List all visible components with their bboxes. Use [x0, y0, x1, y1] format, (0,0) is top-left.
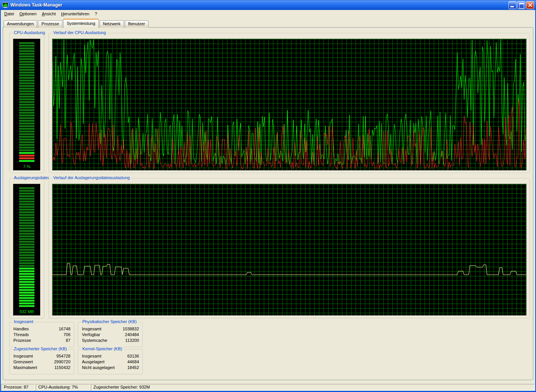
commit-charge-caption: Zugesicherter Speicher (KB)	[13, 346, 68, 351]
meter-segment	[19, 160, 34, 162]
meter-segment	[19, 270, 34, 272]
meter-segment	[19, 225, 34, 227]
meter-segment	[19, 112, 34, 114]
cpu-usage-meter: 7 %	[13, 39, 41, 171]
meter-segment	[19, 222, 34, 224]
meter-segment	[19, 305, 34, 307]
meter-segment	[19, 297, 34, 299]
meter-segment	[19, 114, 34, 116]
stat-value: 16748	[59, 326, 70, 332]
tab-benutzer[interactable]: Benutzer	[125, 20, 149, 28]
meter-segment	[19, 139, 34, 140]
meter-segment	[19, 260, 34, 261]
meter-segment	[19, 195, 34, 197]
meter-segment	[19, 152, 34, 154]
cpu-usage-value: 7 %	[13, 164, 40, 169]
stat-row-grenzwert: Grenzwert 2990720	[13, 359, 70, 365]
meter-segment	[19, 96, 34, 98]
stat-row-threads: Threads 706	[13, 332, 70, 338]
meter-segment	[19, 69, 34, 71]
menu-optionen[interactable]: Optionen	[17, 11, 39, 17]
pagefile-value: 932 MB	[13, 309, 40, 314]
meter-segment	[19, 93, 34, 95]
titlebar-buttons	[508, 1, 534, 9]
pagefile-history-groupbox: Verlauf der Auslagerungsdateiauslastung	[49, 178, 530, 318]
meter-segment	[19, 209, 34, 211]
stat-row-systemcache: Systemcache 113200	[82, 338, 139, 343]
meter-segment	[19, 190, 34, 192]
status-bar: Prozesse: 87 CPU-Auslastung: 7% Zugesich…	[1, 383, 535, 391]
app-icon[interactable]	[2, 2, 8, 8]
meter-segment	[19, 56, 34, 57]
meter-segment	[19, 136, 34, 138]
meter-segment	[19, 109, 34, 111]
meter-segment	[19, 101, 34, 103]
menu-help[interactable]: ?	[92, 11, 100, 17]
meter-segment	[19, 72, 34, 74]
meter-segment	[19, 211, 34, 213]
meter-segment	[19, 281, 34, 283]
meter-segment	[19, 80, 34, 82]
stat-label: Insgesamt	[82, 353, 101, 359]
stat-row-ausgelagert: Ausgelagert 44684	[82, 359, 139, 365]
meter-segment	[19, 300, 34, 302]
meter-segment	[19, 58, 34, 60]
tab-netzwerk[interactable]: Netzwerk	[100, 20, 124, 28]
meter-segment	[19, 74, 34, 76]
meter-segment	[19, 201, 34, 203]
meter-segment	[19, 276, 34, 278]
kernel-memory-groupbox: Kernel-Speicher (KB) Insgesamt 63136 Aus…	[78, 349, 143, 374]
meter-segment	[19, 50, 34, 52]
close-button[interactable]	[526, 1, 534, 9]
meter-segment	[19, 141, 34, 143]
meter-segment	[19, 289, 34, 291]
titlebar: Windows Task-Manager	[0, 0, 536, 10]
meter-segment	[19, 286, 34, 288]
maximize-button[interactable]	[517, 1, 525, 9]
stat-label: Insgesamt	[82, 326, 101, 332]
meter-segment	[19, 238, 34, 240]
tab-systemleistung[interactable]: Systemleistung	[63, 19, 99, 28]
meter-segment	[19, 120, 34, 122]
meter-segment	[19, 47, 34, 49]
stat-label: Verfügbar	[82, 332, 100, 338]
tab-anwendungen[interactable]: Anwendungen	[3, 20, 37, 28]
menu-herunterfahren[interactable]: Herunterfahren	[58, 11, 92, 17]
meter-segment	[19, 66, 34, 68]
meter-segment	[19, 64, 34, 65]
meter-segment	[19, 117, 34, 119]
meter-segment	[19, 292, 34, 294]
physical-memory-caption: Physikalischer Speicher (KB)	[81, 319, 138, 324]
tab-prozesse[interactable]: Prozesse	[38, 20, 62, 28]
meter-segment	[19, 131, 34, 132]
meter-segment	[19, 265, 34, 267]
meter-segment	[19, 53, 34, 55]
minimize-button[interactable]	[508, 1, 516, 9]
meter-segment	[19, 214, 34, 216]
menu-datei[interactable]: Datei	[2, 11, 17, 17]
menu-ansicht[interactable]: Ansicht	[39, 11, 58, 17]
meter-segment	[19, 233, 34, 235]
pagefile-caption: Auslagerungsdatei	[13, 175, 50, 180]
pagefile-history-caption: Verlauf der Auslagerungsdateiauslastung	[52, 175, 131, 180]
meter-segment	[19, 257, 34, 259]
stat-row-verfuegbar: Verfügbar 240484	[82, 332, 139, 338]
meter-segment	[19, 243, 34, 245]
pagefile-history-svg	[52, 184, 526, 315]
meter-segment	[19, 227, 34, 229]
totals-caption: Insgesamt	[13, 319, 34, 324]
meter-segment	[19, 241, 34, 243]
meter-segment	[19, 278, 34, 280]
meter-segment	[19, 77, 34, 79]
meter-segment	[19, 206, 34, 208]
stat-label: Maximalwert	[13, 365, 37, 371]
stat-row-maximalwert: Maximalwert 1150432	[13, 365, 70, 371]
meter-segment	[19, 268, 34, 270]
meter-segment	[19, 219, 34, 221]
stat-label: Systemcache	[82, 338, 107, 343]
meter-segment	[19, 235, 34, 237]
meter-segment	[19, 104, 34, 106]
meter-segment	[19, 106, 34, 108]
meter-segment	[19, 203, 34, 205]
meter-segment	[19, 294, 34, 296]
